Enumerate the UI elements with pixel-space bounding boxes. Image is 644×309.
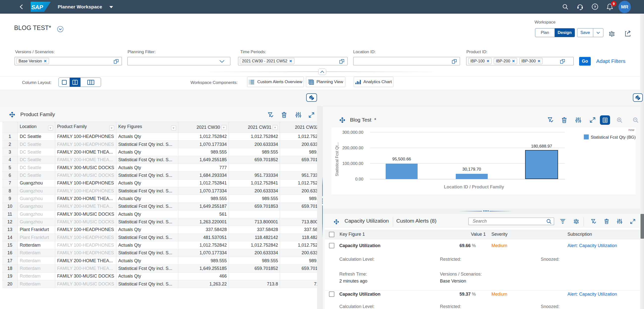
- svg-text:SAP: SAP: [31, 4, 44, 10]
- svg-text:?: ?: [594, 5, 596, 9]
